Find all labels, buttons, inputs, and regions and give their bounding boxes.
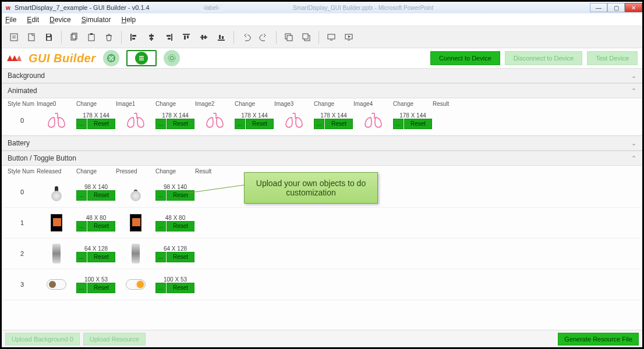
connect-button[interactable]: Connect to Device (430, 51, 500, 65)
dim-label: 48 X 80 (155, 215, 195, 221)
disconnect-button: Disconnect to Device (505, 51, 582, 65)
menubar: File Edit Device Simulator Help (2, 13, 642, 26)
toolbar-sep (121, 31, 122, 44)
reset-button[interactable]: Reset (325, 119, 353, 129)
pressed-thumb (116, 211, 155, 234)
background-tab-2: SmartDisplay_GUI Builder.pptx - Microsof… (293, 5, 433, 11)
reset-button[interactable]: Reset (404, 119, 432, 129)
browse-button[interactable]: ... (76, 190, 87, 201)
image3-thumb (274, 112, 314, 129)
dim-label: 64 X 128 (155, 245, 195, 252)
menu-file[interactable]: File (5, 16, 16, 24)
browse-button[interactable]: ... (155, 119, 166, 129)
layer-front-icon[interactable] (299, 30, 314, 45)
menu-device[interactable]: Device (49, 16, 71, 24)
monitor-icon[interactable] (324, 30, 339, 45)
svg-point-43 (170, 56, 174, 60)
menu-edit[interactable]: Edit (27, 16, 39, 24)
close-button[interactable]: ✕ (625, 3, 642, 12)
pressed-thumb (116, 273, 155, 296)
pressed-thumb (116, 180, 155, 204)
reset-button[interactable]: Reset (167, 119, 194, 129)
dim-label: 178 X 144 (76, 112, 116, 119)
align-top-icon[interactable] (179, 30, 194, 45)
monitor-play-icon[interactable] (341, 30, 356, 45)
menu-help[interactable]: Help (121, 16, 136, 24)
svg-rect-20 (168, 38, 171, 40)
section-button[interactable]: Button / Toggle Button ⌃ (2, 151, 642, 166)
mode-design-button[interactable] (103, 50, 119, 66)
animated-row-0: 0 178 X 144...Reset 178 X 144...Reset 17… (2, 109, 642, 136)
animated-headers: Style Num Image0 Change Image1 Change Im… (2, 98, 642, 109)
align-bottom-icon[interactable] (214, 30, 229, 45)
browse-button[interactable]: ... (235, 119, 245, 129)
col-pressed: Pressed (116, 168, 155, 174)
svg-rect-19 (167, 35, 171, 37)
section-battery[interactable]: Battery ⌄ (2, 136, 642, 151)
undo-icon[interactable] (239, 30, 254, 45)
chevron-up-icon: ⌃ (631, 87, 636, 95)
reset-button[interactable]: Reset (167, 221, 194, 232)
open-icon[interactable] (24, 30, 39, 45)
reset-button[interactable]: Reset (87, 221, 115, 232)
paste-icon[interactable] (84, 30, 99, 45)
reset-button[interactable]: Reset (167, 283, 194, 293)
generate-resource-button[interactable]: Generate Resource File (558, 333, 639, 346)
reset-button[interactable]: Reset (167, 252, 194, 262)
col-stylenum: Style Num (8, 101, 37, 107)
layer-back-icon[interactable] (281, 30, 296, 45)
minimize-button[interactable]: — (590, 3, 607, 12)
dim-label: 48 X 80 (76, 215, 116, 221)
reset-button[interactable]: Reset (246, 119, 274, 129)
mode-settings-button[interactable] (164, 50, 180, 66)
chevron-down-icon: ⌄ (631, 140, 636, 147)
svg-rect-16 (149, 35, 154, 37)
section-title: Background (8, 72, 45, 80)
copy-icon[interactable] (66, 30, 82, 45)
delete-icon[interactable] (101, 30, 116, 45)
svg-rect-22 (184, 35, 186, 40)
content-scroll[interactable]: Background ⌄ Animated ⌃ Style Num Image0… (2, 68, 642, 330)
titlebar: w SmartDisplay_7_example - GUI Builder -… (2, 2, 642, 13)
align-right-icon[interactable] (161, 30, 176, 45)
browse-button[interactable]: ... (76, 283, 87, 293)
image1-thumb (116, 112, 155, 129)
reset-button[interactable]: Reset (167, 190, 194, 201)
new-icon[interactable] (6, 30, 22, 45)
section-animated[interactable]: Animated ⌃ (2, 83, 642, 98)
svg-rect-25 (201, 35, 203, 40)
align-vcenter-icon[interactable] (196, 30, 211, 45)
toolbar-sep (61, 31, 62, 44)
browse-button[interactable]: ... (76, 252, 87, 262)
browse-button[interactable]: ... (155, 190, 166, 201)
browse-button[interactable]: ... (393, 119, 404, 129)
button-row-1: 1 48 X 80...Reset 48 X 80...Reset (2, 208, 642, 238)
browse-button[interactable]: ... (314, 119, 324, 129)
browse-button[interactable]: ... (76, 221, 87, 232)
section-title: Battery (8, 139, 30, 147)
section-title: Button / Toggle Button (8, 154, 76, 162)
reset-button[interactable]: Reset (87, 190, 115, 201)
section-background[interactable]: Background ⌄ (2, 68, 642, 83)
maximize-button[interactable]: ▢ (607, 3, 625, 12)
mode-list-button[interactable] (126, 50, 157, 66)
browse-button[interactable]: ... (155, 283, 166, 293)
pressed-thumb (116, 242, 155, 265)
svg-rect-4 (47, 34, 50, 36)
browse-button[interactable]: ... (155, 252, 166, 262)
reset-button[interactable]: Reset (87, 283, 115, 293)
redo-icon[interactable] (256, 30, 271, 45)
svg-rect-31 (287, 35, 292, 41)
reset-button[interactable]: Reset (87, 252, 115, 262)
align-hcenter-icon[interactable] (144, 30, 159, 45)
col-image3: Image3 (274, 101, 314, 107)
stylenum-cell: 3 (8, 281, 37, 288)
menu-simulator[interactable]: Simulator (82, 16, 111, 24)
save-icon[interactable] (41, 30, 56, 45)
dim-label: 178 X 144 (314, 112, 353, 119)
browse-button[interactable]: ... (76, 119, 87, 129)
brand-text: GUI Builder (29, 52, 96, 65)
align-left-icon[interactable] (126, 30, 141, 45)
reset-button[interactable]: Reset (87, 119, 115, 129)
browse-button[interactable]: ... (155, 221, 166, 232)
